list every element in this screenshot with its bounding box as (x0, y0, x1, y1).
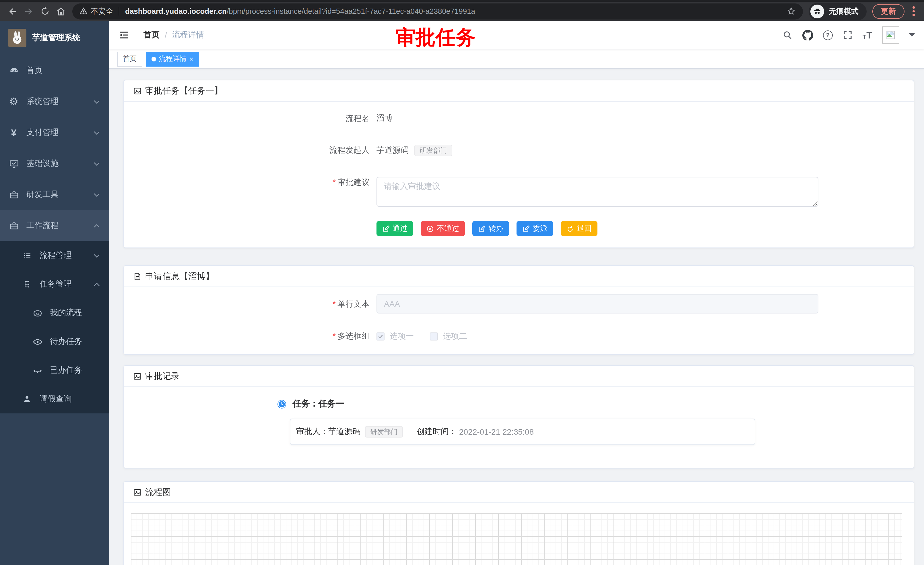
help-icon[interactable]: ? (823, 30, 833, 40)
initiator-value: 芋道源码 研发部门 (376, 145, 818, 156)
eye-closed-icon (32, 365, 43, 375)
sidebar-item-label: 流程管理 (40, 250, 72, 261)
url-path: /bpm/process-instance/detail?id=54aa251f… (227, 7, 475, 15)
toolbox-icon (8, 190, 20, 200)
sidebar-item-home[interactable]: 首页 (0, 55, 109, 86)
avatar[interactable] (882, 26, 899, 44)
checkbox-unchecked-icon (430, 332, 438, 341)
sidebar-item-system[interactable]: ⚙ 系统管理 (0, 86, 109, 117)
create-time-label: 创建时间： (417, 427, 457, 437)
chevron-up-icon (93, 224, 100, 228)
eye-open-icon (32, 337, 43, 347)
incognito-label: 无痕模式 (829, 6, 859, 17)
tags-view-bar: 首页 流程详情 × (109, 50, 924, 69)
sidebar-toggle-icon[interactable] (118, 29, 130, 41)
edit-icon (522, 225, 530, 232)
address-bar[interactable]: 不安全 dashboard.yudao.iocoder.cn/bpm/proce… (72, 3, 803, 19)
delegate-button[interactable]: 委派 (516, 221, 553, 236)
active-dot (152, 57, 156, 61)
font-size-icon[interactable]: TT (862, 30, 872, 40)
approve-button[interactable]: 通过 (376, 221, 413, 236)
sidebar-item-task-management[interactable]: 任务管理 (0, 270, 109, 299)
process-name-value: 滔博 (376, 113, 818, 123)
approval-task-card: 审批任务【任务一】 流程名 滔博 流程发起人 芋道源码 研发部门 (123, 80, 914, 248)
chevron-down-icon (93, 162, 100, 166)
breadcrumb-separator: / (165, 30, 167, 40)
card-title: 流程图 (145, 487, 171, 497)
approval-task-card-header: 审批任务【任务一】 (124, 80, 914, 102)
sidebar-item-my-process[interactable]: 我的流程 (0, 299, 109, 327)
face-icon (32, 308, 43, 318)
suggestion-label: *审批建议 (133, 177, 370, 188)
checkbox-option-1: 选项一 (376, 331, 414, 342)
page-header: 首页 / 流程详情 ? TT (109, 21, 924, 50)
sidebar-item-label: 任务管理 (40, 279, 72, 289)
logo-image (8, 29, 26, 47)
flow-chart-card: 流程图 (123, 481, 914, 565)
card-title: 申请信息【滔博】 (145, 271, 214, 282)
clock-icon (277, 399, 287, 409)
app-title: 芋道管理系统 (32, 33, 80, 43)
user-icon (21, 394, 33, 404)
sidebar-item-leave-query[interactable]: 请假查询 (0, 385, 109, 413)
reject-button[interactable]: 不通过 (421, 221, 465, 236)
chevron-down-icon (93, 192, 100, 197)
sidebar-item-label: 请假查询 (40, 394, 72, 404)
sidebar-item-done-tasks[interactable]: 已办任务 (0, 356, 109, 385)
bpmn-canvas[interactable] (131, 513, 902, 565)
chevron-down-icon (93, 131, 100, 135)
card-title: 审批记录 (145, 371, 180, 382)
picture-icon (133, 86, 142, 95)
browser-update-button[interactable]: 更新 (872, 4, 904, 19)
github-icon[interactable] (802, 30, 813, 41)
process-name-label: 流程名 (133, 113, 370, 124)
suggestion-textarea[interactable] (376, 177, 818, 207)
browser-back-icon[interactable] (4, 3, 21, 19)
close-icon[interactable]: × (189, 56, 194, 62)
required-asterisk: * (333, 299, 336, 308)
sidebar-item-payment[interactable]: ¥ 支付管理 (0, 117, 109, 148)
required-asterisk: * (333, 177, 336, 186)
return-button[interactable]: 退回 (561, 221, 597, 236)
content-area: 审批任务【任务一】 流程名 滔博 流程发起人 芋道源码 研发部门 (109, 69, 924, 565)
screen: 不安全 dashboard.yudao.iocoder.cn/bpm/proce… (0, 0, 924, 565)
browser-forward-icon[interactable] (21, 3, 37, 19)
tab-label: 首页 (123, 54, 136, 64)
sidebar-item-label: 系统管理 (26, 96, 58, 107)
monitor-icon (8, 159, 20, 168)
browser-reload-icon[interactable] (37, 3, 53, 19)
picture-icon (133, 372, 142, 380)
breadcrumb-home[interactable]: 首页 (144, 30, 159, 40)
tree-icon (21, 251, 33, 260)
tab-home[interactable]: 首页 (117, 51, 142, 66)
incognito-icon (810, 4, 824, 18)
sidebar-item-dev-tools[interactable]: 研发工具 (0, 179, 109, 210)
browser-home-icon[interactable] (53, 3, 69, 19)
record-detail-card: 审批人：芋道源码 研发部门 创建时间： 2022-01-21 22:35:08 (290, 419, 755, 445)
checkbox-group: 选项一 选项二 (376, 331, 818, 342)
caret-down-icon[interactable] (909, 33, 915, 37)
yen-icon: ¥ (8, 128, 20, 138)
not-secure-indicator[interactable]: 不安全 (79, 6, 113, 17)
sidebar-item-process-management[interactable]: 流程管理 (0, 241, 109, 270)
tab-label: 流程详情 (159, 54, 186, 64)
department-tag: 研发部门 (365, 426, 403, 437)
browser-menu-icon[interactable] (908, 7, 920, 16)
sidebar-item-todo-tasks[interactable]: 待办任务 (0, 327, 109, 356)
fullscreen-icon[interactable] (843, 30, 853, 40)
text-field-label: *单行文本 (133, 298, 370, 309)
search-icon[interactable] (782, 30, 793, 40)
transfer-button[interactable]: 转办 (472, 221, 509, 236)
sidebar-item-infrastructure[interactable]: 基础设施 (0, 148, 109, 179)
approver-text: 审批人：芋道源码 (296, 427, 360, 437)
bookmark-star-icon[interactable] (786, 6, 796, 16)
sidebar-item-workflow[interactable]: 工作流程 (0, 210, 109, 241)
approval-record-card: 审批记录 任务：任务一 审批人：芋道源码 研发部门 创建时间： (123, 365, 914, 469)
tab-process-detail[interactable]: 流程详情 × (146, 51, 199, 66)
incognito-badge: 无痕模式 (808, 3, 867, 20)
app-logo: 芋道管理系统 (0, 21, 109, 55)
chevron-down-icon (93, 100, 100, 104)
create-time-value: 2022-01-21 22:35:08 (459, 427, 534, 436)
edit-icon (382, 225, 390, 232)
approval-record-card-header: 审批记录 (124, 366, 914, 387)
